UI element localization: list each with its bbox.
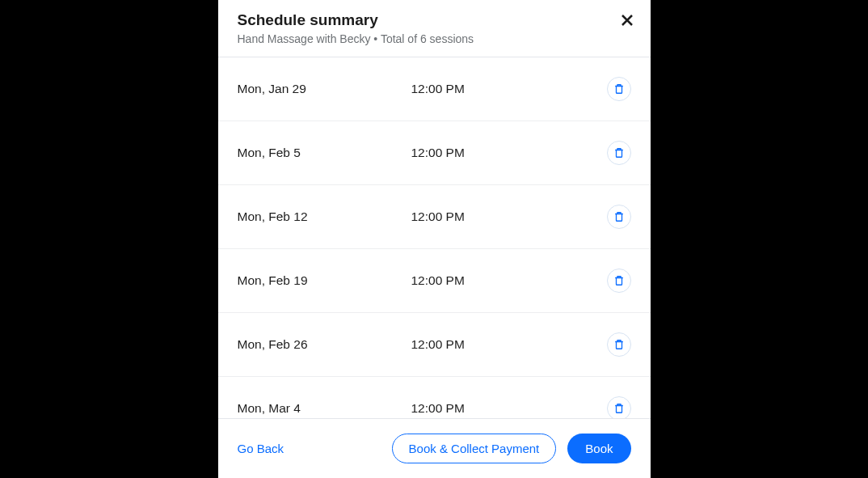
session-date: Mon, Feb 5 [238,146,411,160]
session-row: Mon, Feb 2612:00 PM [218,313,651,377]
modal-footer: Go Back Book & Collect Payment Book [218,418,651,478]
footer-actions: Book & Collect Payment Book [392,434,631,463]
modal-header: Schedule summary Hand Massage with Becky… [218,0,651,57]
close-icon [621,14,634,27]
delete-session-button[interactable] [607,332,631,357]
session-row: Mon, Jan 2912:00 PM [218,57,651,121]
session-date: Mon, Jan 29 [238,82,411,96]
session-date: Mon, Mar 4 [238,401,411,416]
session-time: 12:00 PM [411,82,607,96]
trash-icon [613,147,625,159]
close-button[interactable] [620,13,634,27]
book-button[interactable]: Book [567,434,630,463]
book-collect-button[interactable]: Book & Collect Payment [392,434,557,463]
session-date: Mon, Feb 19 [238,273,411,288]
go-back-button[interactable]: Go Back [238,442,284,455]
delete-session-button[interactable] [607,396,631,418]
delete-session-button[interactable] [607,205,631,229]
modal-subtitle: Hand Massage with Becky • Total of 6 ses… [238,32,631,45]
modal-title: Schedule summary [238,11,631,29]
trash-icon [613,83,625,95]
delete-session-button[interactable] [607,77,631,101]
trash-icon [613,211,625,222]
session-row: Mon, Feb 1912:00 PM [218,249,651,313]
session-time: 12:00 PM [411,146,607,160]
delete-session-button[interactable] [607,269,631,293]
trash-icon [613,339,625,350]
delete-session-button[interactable] [607,141,631,165]
session-date: Mon, Feb 12 [238,209,411,224]
session-row: Mon, Mar 412:00 PM [218,377,651,418]
session-time: 12:00 PM [411,401,607,416]
session-row: Mon, Feb 512:00 PM [218,121,651,185]
session-time: 12:00 PM [411,337,607,352]
session-time: 12:00 PM [411,209,607,224]
trash-icon [613,403,625,414]
session-row: Mon, Feb 1212:00 PM [218,185,651,249]
session-date: Mon, Feb 26 [238,337,411,352]
schedule-summary-modal: Schedule summary Hand Massage with Becky… [218,0,651,478]
session-list: Mon, Jan 2912:00 PMMon, Feb 512:00 PMMon… [218,57,651,418]
session-time: 12:00 PM [411,273,607,288]
trash-icon [613,275,625,286]
